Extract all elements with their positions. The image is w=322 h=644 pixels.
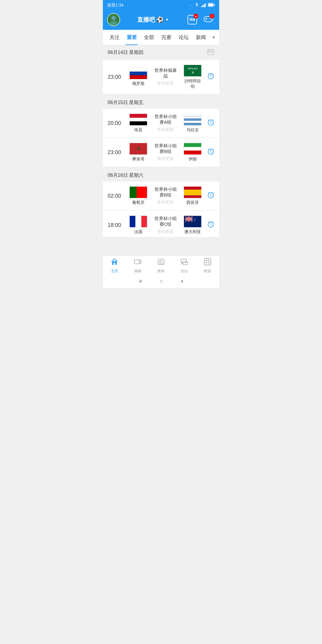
brand-text: 直播吧 — [137, 16, 155, 24]
match-status: 等待更新 — [157, 156, 174, 162]
away-team-name: 伊朗 — [188, 157, 197, 162]
flag-australia — [184, 216, 202, 227]
match-title: 世界杯小组赛A组 — [152, 114, 179, 125]
calendar-icon[interactable] — [207, 48, 214, 57]
match-russia-saudi[interactable]: 23:00 俄罗斯 世界杯揭幕战 等待更新 لا إله إلا الله ⚔ … — [103, 60, 219, 94]
shop-label: 商城 — [190, 18, 195, 22]
svg-line-29 — [211, 123, 212, 123]
alarm-button[interactable] — [205, 191, 216, 201]
flag-uruguay — [184, 114, 202, 126]
tab-forum[interactable]: 论坛 — [175, 30, 192, 45]
home-team-france: 法国 — [128, 216, 149, 235]
home-team-name: 埃及 — [134, 127, 143, 133]
tab-finished[interactable]: 完赛 — [158, 30, 175, 45]
home-team-name: 葡萄牙 — [132, 200, 145, 205]
shop-button[interactable]: 商城 ● — [186, 13, 199, 26]
add-tab-button[interactable]: + — [210, 30, 218, 45]
date-header-0615: 06月15日 星期五 — [103, 97, 219, 109]
home-button[interactable]: ○ — [160, 278, 163, 284]
home-team-name: 俄罗斯 — [132, 81, 145, 86]
status-time: 凌晨1:34 — [107, 3, 123, 8]
svg-rect-19 — [209, 52, 210, 52]
header-actions: 商城 ● 1 — [186, 13, 215, 26]
svg-line-34 — [211, 152, 212, 153]
svg-rect-6 — [214, 4, 215, 6]
tab-news[interactable]: 新闻 — [192, 30, 210, 45]
game-button[interactable]: 1 — [202, 13, 215, 26]
match-time: 02:00 — [108, 193, 126, 199]
flag-morocco: ✦ — [129, 143, 147, 155]
bottom-nav-news[interactable]: 新闻 — [149, 258, 173, 274]
date-header-0616: 06月16日 星期六 — [103, 169, 219, 182]
match-time: 23:00 — [108, 149, 126, 156]
flag-iran — [184, 143, 202, 155]
svg-point-9 — [110, 21, 117, 26]
android-nav-bar: ≡ ○ ‹ — [103, 275, 219, 288]
alarm-button[interactable] — [205, 148, 216, 157]
menu-button[interactable]: ≡ — [139, 278, 142, 284]
date-label-0615: 06月15日 星期五 — [108, 100, 143, 106]
flag-egypt — [129, 114, 147, 126]
bottom-nav-video[interactable]: 视频 — [126, 258, 149, 274]
svg-point-14 — [210, 19, 211, 20]
away-team-australia: 澳大利亚 — [182, 216, 203, 235]
app-header: 直播吧 ⚽ ▼ 商城 ● 1 — [103, 11, 219, 30]
away-team-saudi: لا إله إلا الله ⚔ 沙特阿拉伯 — [182, 65, 203, 89]
svg-rect-5 — [208, 4, 213, 6]
bottom-nav-forum[interactable]: 论坛 — [173, 258, 196, 274]
date-label-0616: 06月16日 星期六 — [108, 172, 143, 179]
svg-rect-12 — [206, 18, 207, 20]
status-bar: 凌晨1:34 ··· — [103, 0, 219, 11]
match-france-australia[interactable]: 18:00 法国 世界杯小组赛C组 等待更新 — [103, 211, 219, 237]
svg-rect-3 — [205, 3, 206, 7]
svg-rect-59 — [134, 260, 139, 264]
match-time: 20:00 — [108, 120, 126, 126]
tab-all[interactable]: 全部 — [140, 30, 158, 45]
home-icon — [111, 258, 118, 267]
match-info: 世界杯小组赛C组 等待更新 — [151, 216, 180, 234]
home-team-morocco: ✦ 摩洛哥 — [128, 143, 149, 162]
alarm-button[interactable] — [205, 220, 216, 230]
flag-russia — [129, 67, 147, 79]
svg-line-56 — [211, 225, 212, 225]
nav-tabs: 关注 重要 全部 完赛 论坛 新闻 + — [103, 30, 219, 45]
signal-icon — [201, 3, 206, 8]
match-portugal-spain[interactable]: 02:00 葡萄牙 世界杯小组赛B组 等待更新 西班牙 — [103, 182, 219, 210]
flag-spain — [184, 186, 202, 198]
alarm-button[interactable] — [205, 118, 216, 128]
back-button[interactable]: ‹ — [181, 277, 183, 285]
match-title: 世界杯揭幕战 — [152, 68, 179, 79]
match-time: 18:00 — [108, 222, 126, 228]
match-title: 世界杯小组赛C组 — [152, 216, 179, 227]
alarm-button[interactable] — [205, 72, 216, 82]
game-badge: 1 — [210, 14, 214, 18]
date-label-0614: 06月14日 星期四 — [108, 49, 143, 56]
dropdown-arrow-icon: ▼ — [165, 18, 169, 22]
match-status: 等待更新 — [157, 229, 174, 234]
flag-portugal — [129, 186, 147, 198]
video-icon — [134, 258, 142, 267]
bottom-nav-home[interactable]: 主页 — [103, 258, 126, 274]
shop-badge: ● — [193, 14, 198, 18]
match-egypt-uruguay[interactable]: 20:00 埃及 世界杯小组赛A组 等待更新 — [103, 109, 219, 137]
away-team-name: 西班牙 — [186, 200, 199, 205]
match-morocco-iran[interactable]: 23:00 ✦ 摩洛哥 世界杯小组赛B组 等待更新 伊朗 — [103, 138, 219, 167]
svg-line-39 — [211, 195, 212, 196]
svg-rect-1 — [202, 5, 203, 7]
match-info: 世界杯小组赛A组 等待更新 — [151, 114, 180, 132]
signal-dots-icon: ··· — [189, 3, 192, 7]
avatar[interactable] — [107, 13, 120, 26]
data-icon — [204, 258, 211, 267]
tab-follow[interactable]: 关注 — [106, 30, 123, 45]
bottom-nav-video-label: 视频 — [134, 269, 141, 274]
away-team-uruguay: 乌拉圭 — [182, 114, 203, 133]
svg-rect-21 — [212, 52, 213, 52]
match-status: 等待更新 — [157, 200, 174, 205]
away-team-name: 澳大利亚 — [184, 229, 201, 235]
brand-logo[interactable]: 直播吧 ⚽ ▼ — [137, 16, 169, 24]
status-icons: ··· — [189, 3, 215, 8]
bottom-nav-data[interactable]: 数据 — [196, 258, 219, 274]
match-info: 世界杯揭幕战 等待更新 — [151, 68, 180, 86]
tab-important[interactable]: 重要 — [123, 30, 140, 45]
away-team-iran: 伊朗 — [182, 143, 203, 162]
